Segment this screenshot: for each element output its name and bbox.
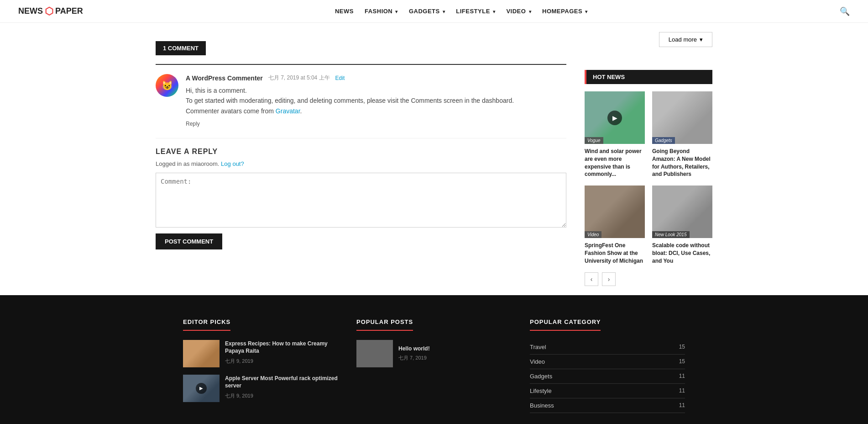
category-name: Video (530, 358, 545, 365)
hot-news-item[interactable]: Video SpringFest One Fashion Show at the… (585, 186, 645, 265)
play-icon: ▶ (196, 383, 207, 394)
editor-pick-title: Express Recipes: How to make Creamy Papa… (225, 340, 338, 355)
comment-body: A WordPress Commenter 七月 7, 2019 at 5:04… (186, 74, 566, 127)
play-icon: ▶ (607, 111, 622, 125)
hot-news-item[interactable]: New Look 2015 Scalable code without bloa… (652, 186, 712, 265)
logout-link[interactable]: Log out? (221, 160, 244, 167)
editor-pick-item[interactable]: Express Recipes: How to make Creamy Papa… (183, 340, 338, 367)
sidebar: Load more ▾ HOT NEWS ▶ Vogue Wind and so… (585, 32, 712, 286)
pagination: ‹ › (585, 272, 712, 286)
nav-homepages[interactable]: HOMEPAGES ▾ (542, 8, 588, 15)
category-count: 15 (679, 344, 685, 350)
leave-reply-section: LEAVE A REPLY Logged in as miaoroom. Log… (156, 138, 566, 249)
reply-link[interactable]: Reply (186, 121, 200, 127)
popular-post-image (356, 340, 393, 367)
popular-post-title: Hello world! (398, 345, 430, 352)
popular-category-section: POPULAR CATEGORY Travel 15 Video 15 Gadg… (530, 318, 685, 413)
comment-item: 😺 A WordPress Commenter 七月 7, 2019 at 5:… (156, 74, 566, 127)
chevron-down-icon: ▾ (700, 36, 703, 43)
navbar: NEWS ⬡ PAPER NEWS FASHION ▾ GADGETS ▾ LI… (0, 0, 868, 23)
hot-news-badge: Video (585, 231, 601, 238)
editor-picks-section: EDITOR PICKS Express Recipes: How to mak… (183, 318, 338, 413)
post-comment-button[interactable]: Post Comment (156, 233, 222, 249)
editor-pick-info: Express Recipes: How to make Creamy Papa… (225, 340, 338, 365)
category-item-gadgets[interactable]: Gadgets 11 (530, 369, 685, 384)
comment-edit-link[interactable]: Edit (335, 75, 345, 81)
popular-category-heading: POPULAR CATEGORY (530, 318, 601, 331)
hot-news-image: ▶ Vogue (585, 91, 645, 144)
hot-news-badge: Gadgets (652, 137, 675, 144)
category-count: 15 (679, 358, 685, 365)
comment-meta: A WordPress Commenter 七月 7, 2019 at 5:04… (186, 74, 566, 82)
comment-textarea[interactable] (156, 173, 566, 228)
comment-text: Hi, this is a comment. To get started wi… (186, 85, 566, 116)
hot-news-badge: New Look 2015 (652, 231, 690, 238)
category-item-lifestyle[interactable]: Lifestyle 11 (530, 384, 685, 398)
hot-news-item[interactable]: Gadgets Going Beyond Amazon: A New Model… (652, 91, 712, 178)
category-name: Travel (530, 344, 546, 350)
hot-news-image: New Look 2015 (652, 186, 712, 238)
comments-section: 1 COMMENT 😺 A WordPress Commenter 七月 7, … (156, 32, 566, 259)
category-item-video[interactable]: Video 15 (530, 355, 685, 369)
editor-pick-date: 七月 9, 2019 (225, 358, 253, 364)
comment-date: 七月 7, 2019 at 5:04 上午 (268, 74, 330, 82)
category-count: 11 (679, 373, 685, 379)
footer: EDITOR PICKS Express Recipes: How to mak… (0, 295, 868, 424)
logged-in-text: Logged in as miaoroom. Log out? (156, 160, 566, 167)
category-name: Business (530, 402, 554, 409)
popular-post-info: Hello world! 七月 7, 2019 (398, 345, 430, 361)
hot-news-title: SpringFest One Fashion Show at the Unive… (585, 242, 645, 265)
editor-pick-date: 七月 9, 2019 (225, 393, 253, 398)
hot-news-title: Wind and solar power are even more expen… (585, 148, 645, 178)
comment-reply: Reply (186, 120, 566, 127)
nav-news[interactable]: NEWS (335, 8, 354, 15)
logo-dot: ⬡ (45, 5, 53, 17)
avatar: 😺 (156, 74, 178, 97)
editor-pick-image (183, 340, 220, 367)
popular-post-date: 七月 7, 2019 (398, 355, 427, 360)
site-logo[interactable]: NEWS ⬡ PAPER (18, 5, 83, 17)
gravatar-link[interactable]: Gravatar (276, 107, 300, 115)
popular-post-item[interactable]: Hello world! 七月 7, 2019 (356, 340, 512, 367)
hot-news-item[interactable]: ▶ Vogue Wind and solar power are even mo… (585, 91, 645, 178)
editor-picks-heading: EDITOR PICKS (183, 318, 230, 331)
category-list: Travel 15 Video 15 Gadgets 11 Lifestyle … (530, 340, 685, 413)
category-name: Lifestyle (530, 387, 552, 394)
nav-video[interactable]: VIDEO ▾ (506, 8, 531, 15)
nav-gadgets[interactable]: GADGETS ▾ (409, 8, 445, 15)
search-icon[interactable]: 🔍 (840, 6, 850, 16)
popular-posts-section: POPULAR POSTS Hello world! 七月 7, 2019 (356, 318, 512, 413)
hot-news-badge: Vogue (585, 137, 603, 144)
comment-text-line3: Commenter avatars come from (186, 107, 276, 115)
comment-author: A WordPress Commenter (186, 74, 263, 82)
logo-text: NEWS (18, 6, 43, 16)
category-count: 11 (679, 402, 685, 408)
category-item-business[interactable]: Business 11 (530, 398, 685, 413)
category-count: 11 (679, 387, 685, 394)
nav-links: NEWS FASHION ▾ GADGETS ▾ LIFESTYLE ▾ VID… (335, 8, 588, 15)
hot-news-title: Scalable code without bloat: DCI, Use Ca… (652, 242, 712, 265)
footer-grid: EDITOR PICKS Express Recipes: How to mak… (183, 318, 685, 413)
hot-news-title: Going Beyond Amazon: A New Model for Aut… (652, 148, 712, 178)
leave-reply-heading: LEAVE A REPLY (156, 148, 566, 156)
hot-news-grid: ▶ Vogue Wind and solar power are even mo… (585, 91, 712, 265)
editor-pick-image: ▶ (183, 375, 220, 402)
editor-pick-info: Apple Server Most Powerful rack optimize… (225, 375, 338, 400)
hot-news-heading: HOT NEWS (585, 70, 712, 84)
category-item-travel[interactable]: Travel 15 (530, 340, 685, 355)
pagination-next[interactable]: › (602, 272, 616, 286)
editor-pick-title: Apple Server Most Powerful rack optimize… (225, 375, 338, 390)
nav-lifestyle[interactable]: LIFESTYLE ▾ (456, 8, 495, 15)
hot-news-image: Video (585, 186, 645, 238)
hot-news-image: Gadgets (652, 91, 712, 144)
category-name: Gadgets (530, 373, 552, 380)
editor-pick-item[interactable]: ▶ Apple Server Most Powerful rack optimi… (183, 375, 338, 402)
load-more-button[interactable]: Load more ▾ (659, 32, 712, 47)
pagination-prev[interactable]: ‹ (585, 272, 598, 286)
nav-fashion[interactable]: FASHION ▾ (365, 8, 398, 15)
logo-text2: PAPER (55, 6, 83, 16)
popular-posts-heading: POPULAR POSTS (356, 318, 413, 331)
main-content: 1 COMMENT 😺 A WordPress Commenter 七月 7, … (156, 32, 566, 286)
comment-count-heading: 1 COMMENT (156, 41, 206, 55)
